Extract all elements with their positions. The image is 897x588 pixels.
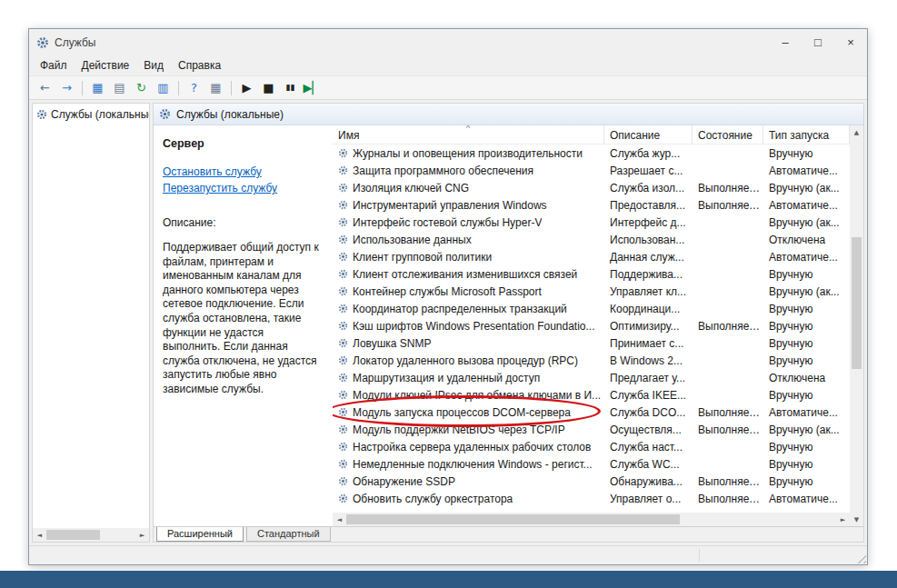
selected-service-name: Сервер xyxy=(163,137,324,150)
stop-service-icon: ■ xyxy=(263,82,274,94)
table-row[interactable]: Маршрутизация и удаленный доступПредлага… xyxy=(333,369,850,386)
menu-file[interactable]: Файл xyxy=(33,56,75,75)
back-button[interactable]: ← xyxy=(35,78,55,97)
scroll-right-icon[interactable]: ► xyxy=(135,528,149,542)
table-hscroll-thumb[interactable] xyxy=(346,514,680,524)
scroll-up-icon[interactable]: ▲ xyxy=(850,125,863,139)
table-row[interactable]: Модуль поддержки NetBIOS через TCP/IPОсу… xyxy=(333,421,850,438)
service-status: Выполняется xyxy=(693,182,763,194)
description-label: Описание: xyxy=(163,216,324,229)
minimize-button[interactable]: – xyxy=(769,29,802,55)
service-description: В Windows 2... xyxy=(604,354,693,367)
table-row[interactable]: Немедленные подключения Windows - регист… xyxy=(333,455,850,473)
window-title: Службы xyxy=(55,36,95,49)
maximize-button[interactable]: □ xyxy=(802,29,834,55)
stop-service-link[interactable]: Остановить службу xyxy=(163,165,324,178)
tab-extended[interactable]: Расширенный xyxy=(156,527,244,542)
stop-service-button[interactable]: ■ xyxy=(258,78,279,97)
table-row[interactable]: Обновить службу оркестратораУправляет о.… xyxy=(333,490,850,507)
list-view-button[interactable]: ▦ xyxy=(205,78,226,97)
service-name-cell: Использование данных xyxy=(333,234,604,246)
table-row[interactable]: Инструментарий управления WindowsПредост… xyxy=(333,196,850,214)
content-header-label: Службы (локальные) xyxy=(176,108,284,121)
scroll-down-icon[interactable]: ▼ xyxy=(850,513,863,526)
menu-action[interactable]: Действие xyxy=(75,56,137,75)
properties-button[interactable]: ▤ xyxy=(109,78,130,97)
menu-view[interactable]: Вид xyxy=(136,56,171,75)
table-row[interactable]: Клиент отслеживания изменившихся связейП… xyxy=(333,265,850,283)
service-startup-type: Автоматиче... xyxy=(763,251,850,264)
scroll-left-icon[interactable]: ◄ xyxy=(33,528,46,542)
table-row[interactable]: Локатор удаленного вызова процедур (RPC)… xyxy=(333,352,850,369)
tree-scroll-thumb[interactable] xyxy=(46,530,100,540)
menu-help[interactable]: Справка xyxy=(171,56,228,75)
pause-service-icon: ▮▮ xyxy=(286,84,295,92)
page-bottom-bar xyxy=(0,571,897,588)
service-description: Данная служ... xyxy=(604,251,693,264)
service-name-cell: Клиент групповой политики xyxy=(333,251,604,264)
table-row[interactable]: Модуль запуска процессов DCOM-сервераСлу… xyxy=(333,404,850,421)
export-list-button[interactable]: ▥ xyxy=(153,78,174,97)
service-startup-type: Автоматиче... xyxy=(763,164,850,177)
column-header-name[interactable]: ^ Имя xyxy=(333,125,604,144)
service-description: Принимает с... xyxy=(604,337,693,350)
table-row[interactable]: Координатор распределенных транзакцийКоо… xyxy=(333,300,850,317)
table-row[interactable]: Обнаружение SSDPОбнаружива...Выполняется… xyxy=(333,473,850,490)
service-name: Модули ключей IPsec для обмена ключами в… xyxy=(353,389,601,402)
service-status: Выполняется xyxy=(693,424,763,436)
service-gear-icon xyxy=(338,338,348,348)
service-startup-type: Вручную xyxy=(763,354,850,367)
tree-item-services-local[interactable]: Службы (локальные) xyxy=(33,104,149,125)
table-row[interactable]: Настройка сервера удаленных рабочих стол… xyxy=(333,438,850,455)
table-header-row: ^ Имя Описание Состояние Тип запуска xyxy=(333,125,850,145)
console-tree-pane: Службы (локальные) ◄ ► xyxy=(32,103,150,543)
table-row[interactable]: Защита программного обеспеченияРазрешает… xyxy=(333,162,850,179)
content-pane: Службы (локальные) Сервер Остановить слу… xyxy=(153,103,864,543)
scroll-right-icon[interactable]: ► xyxy=(836,513,850,526)
tree-scroll-track[interactable] xyxy=(46,528,135,542)
status-bar-divider xyxy=(699,549,700,562)
service-name-cell: Защита программного обеспечения xyxy=(333,164,604,177)
table-vscroll-track[interactable] xyxy=(850,139,863,513)
table-row[interactable]: Изоляция ключей CNGСлужба изол...Выполня… xyxy=(333,179,850,196)
table-row[interactable]: Использование данныхИспользован...Отключ… xyxy=(333,231,850,248)
service-name-cell: Интерфейс гостевой службы Hyper-V xyxy=(333,216,604,229)
column-header-status[interactable]: Состояние xyxy=(693,125,763,144)
table-row[interactable]: Ловушка SNMPПринимает с...Вручную xyxy=(333,334,850,352)
table-row[interactable]: Интерфейс гостевой службы Hyper-VИнтерфе… xyxy=(333,214,850,231)
table-row[interactable]: Журналы и оповещения производительностиС… xyxy=(333,145,850,162)
show-console-tree-icon: ▦ xyxy=(92,82,103,94)
table-row[interactable]: Контейнер службы Microsoft PassportУправ… xyxy=(333,283,850,300)
service-startup-type: Автоматиче... xyxy=(763,406,850,419)
tab-standard[interactable]: Стандартный xyxy=(246,527,331,542)
table-row[interactable]: Клиент групповой политикиДанная служ...А… xyxy=(333,248,850,265)
pause-service-button[interactable]: ▮▮ xyxy=(280,78,301,97)
table-row[interactable]: Модули ключей IPsec для обмена ключами в… xyxy=(333,386,850,404)
start-service-icon: ▶ xyxy=(243,82,252,94)
refresh-button[interactable]: ↻ xyxy=(131,78,152,97)
scroll-left-icon[interactable]: ◄ xyxy=(333,513,346,526)
table-hscroll-track[interactable] xyxy=(346,513,836,526)
column-header-startup-type[interactable]: Тип запуска xyxy=(763,125,850,144)
resize-grip[interactable] xyxy=(854,552,866,563)
table-vertical-scrollbar[interactable]: ▲ ▼ xyxy=(850,125,863,526)
close-button[interactable]: × xyxy=(834,29,867,55)
service-name-cell: Клиент отслеживания изменившихся связей xyxy=(333,268,604,281)
back-icon: ← xyxy=(40,82,50,94)
help-button[interactable]: ? xyxy=(184,78,204,97)
content-header: Службы (локальные) xyxy=(154,104,863,125)
service-name: Клиент отслеживания изменившихся связей xyxy=(353,268,577,281)
table-row[interactable]: Кэш шрифтов Windows Presentation Foundat… xyxy=(333,317,850,334)
restart-service-button[interactable]: ▶▏ xyxy=(302,78,323,97)
start-service-button[interactable]: ▶ xyxy=(236,78,257,97)
table-vscroll-thumb[interactable] xyxy=(852,237,862,369)
column-header-description[interactable]: Описание xyxy=(604,125,693,144)
tree-horizontal-scrollbar[interactable]: ◄ ► xyxy=(33,528,149,542)
forward-button[interactable]: → xyxy=(56,78,77,97)
table-horizontal-scrollbar[interactable]: ◄ ► xyxy=(333,513,850,526)
status-bar xyxy=(29,545,867,564)
service-status: Выполняется xyxy=(693,493,763,505)
restart-service-link[interactable]: Перезапустить службу xyxy=(163,182,324,194)
service-description: Разрешает с... xyxy=(604,164,693,177)
show-console-tree-button[interactable]: ▦ xyxy=(87,78,108,97)
